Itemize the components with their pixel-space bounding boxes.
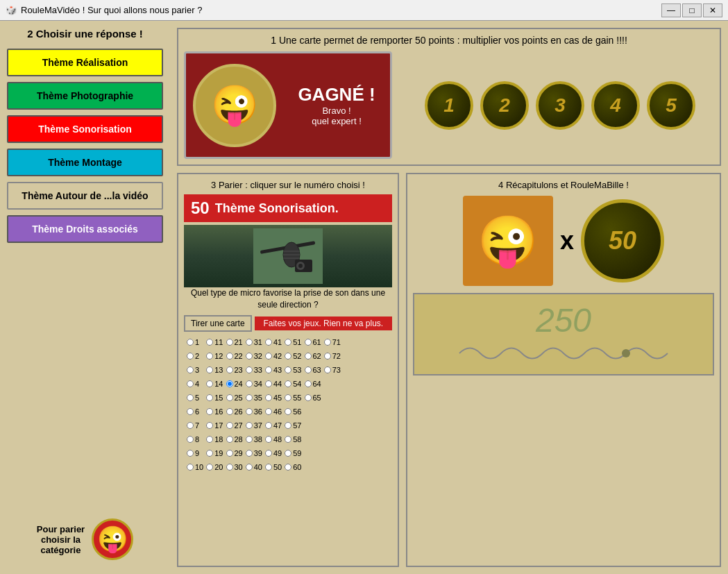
number-radio-55[interactable] — [285, 394, 291, 401]
pour-parier-label: Pour parier choisir la catégorie — [37, 524, 85, 555]
number-radio-41[interactable] — [265, 339, 272, 346]
number-radio-52[interactable] — [285, 353, 291, 360]
theme-realisation-button[interactable]: Thème Réalisation — [7, 49, 163, 76]
number-radio-57[interactable] — [285, 422, 291, 429]
maximize-button[interactable]: □ — [682, 3, 702, 17]
number-radio-36[interactable] — [246, 408, 253, 415]
minimize-button[interactable]: — — [661, 3, 681, 17]
number-label-43: 43 — [273, 366, 282, 374]
number-item: 61 — [302, 336, 321, 348]
number-radio-73[interactable] — [324, 366, 331, 373]
number-radio-27[interactable] — [226, 422, 233, 429]
theme-montage-button[interactable]: Thème Montage — [7, 149, 163, 176]
number-radio-33[interactable] — [246, 366, 253, 373]
number-radio-25[interactable] — [226, 394, 233, 401]
number-radio-23[interactable] — [226, 366, 233, 373]
number-radio-39[interactable] — [246, 450, 253, 457]
number-radio-8[interactable] — [187, 436, 194, 443]
number-ball-2[interactable]: 2 — [480, 81, 529, 130]
number-radio-14[interactable] — [206, 380, 213, 387]
number-radio-48[interactable] — [265, 436, 272, 443]
number-radio-32[interactable] — [246, 353, 253, 360]
number-radio-59[interactable] — [285, 450, 291, 457]
number-radio-16[interactable] — [206, 408, 213, 415]
number-label-40: 40 — [254, 463, 262, 471]
number-radio-63[interactable] — [305, 366, 312, 373]
number-radio-28[interactable] — [226, 436, 233, 443]
number-radio-44[interactable] — [265, 380, 272, 387]
close-button[interactable]: ✕ — [703, 3, 722, 17]
tirer-carte-button[interactable]: Tirer une carte — [184, 315, 252, 332]
number-column: 11121314151617181920 — [203, 336, 223, 473]
number-radio-45[interactable] — [265, 394, 272, 401]
number-label-1: 1 — [195, 338, 199, 346]
number-item: 3 — [184, 364, 203, 376]
number-radio-54[interactable] — [285, 380, 291, 387]
number-item: 6 — [184, 405, 203, 418]
number-radio-51[interactable] — [285, 339, 291, 346]
number-radio-37[interactable] — [246, 422, 253, 429]
number-item — [321, 405, 341, 418]
microphone-icon — [184, 228, 392, 284]
number-radio-71[interactable] — [324, 339, 331, 346]
number-radio-40[interactable] — [246, 464, 253, 471]
number-radio-53[interactable] — [285, 366, 291, 373]
number-ball-4[interactable]: 4 — [591, 81, 640, 130]
number-radio-18[interactable] — [206, 436, 213, 443]
number-radio-24[interactable] — [226, 380, 233, 387]
number-ball-5[interactable]: 5 — [647, 81, 695, 130]
faires-jeux-button[interactable]: Faites vos jeux. Rien ne va plus. — [255, 316, 392, 330]
number-ball-1[interactable]: 1 — [425, 81, 473, 130]
number-radio-2[interactable] — [187, 353, 194, 360]
number-radio-3[interactable] — [187, 366, 194, 373]
number-radio-34[interactable] — [246, 380, 253, 387]
theme-droits-button[interactable]: Thème Droits associés — [7, 215, 163, 243]
number-radio-65[interactable] — [305, 394, 312, 401]
number-radio-26[interactable] — [226, 408, 233, 415]
number-radio-17[interactable] — [206, 422, 213, 429]
number-radio-38[interactable] — [246, 436, 253, 443]
number-item: 20 — [203, 461, 223, 473]
number-item: 4 — [184, 378, 203, 390]
number-radio-46[interactable] — [265, 408, 272, 415]
number-radio-22[interactable] — [226, 353, 233, 360]
number-radio-60[interactable] — [285, 464, 291, 471]
number-radio-43[interactable] — [265, 366, 272, 373]
number-radio-42[interactable] — [265, 353, 272, 360]
number-radio-58[interactable] — [285, 436, 291, 443]
number-radio-20[interactable] — [206, 464, 213, 471]
number-radio-47[interactable] — [265, 422, 272, 429]
number-radio-19[interactable] — [206, 450, 213, 457]
number-radio-9[interactable] — [187, 450, 194, 457]
number-radio-29[interactable] — [226, 450, 233, 457]
number-radio-62[interactable] — [305, 353, 312, 360]
number-radio-61[interactable] — [305, 339, 312, 346]
number-item: 17 — [203, 419, 223, 432]
number-radio-1[interactable] — [187, 339, 194, 346]
number-radio-6[interactable] — [187, 408, 194, 415]
theme-photographie-button[interactable]: Thème Photographie — [7, 82, 163, 110]
number-radio-12[interactable] — [206, 353, 213, 360]
number-radio-4[interactable] — [187, 380, 194, 387]
number-radio-21[interactable] — [226, 339, 233, 346]
score-display: 250 — [413, 293, 714, 375]
number-ball-3[interactable]: 3 — [536, 81, 584, 130]
number-radio-13[interactable] — [206, 366, 213, 373]
number-radio-56[interactable] — [285, 408, 291, 415]
number-radio-49[interactable] — [265, 450, 272, 457]
number-radio-5[interactable] — [187, 394, 194, 401]
number-radio-7[interactable] — [187, 422, 194, 429]
number-radio-15[interactable] — [206, 394, 213, 401]
number-radio-30[interactable] — [226, 464, 233, 471]
number-radio-64[interactable] — [305, 380, 312, 387]
number-radio-11[interactable] — [206, 339, 213, 346]
number-label-12: 12 — [214, 352, 223, 360]
number-radio-31[interactable] — [246, 339, 253, 346]
number-radio-50[interactable] — [265, 464, 272, 471]
number-radio-10[interactable] — [187, 464, 194, 471]
number-radio-72[interactable] — [324, 353, 331, 360]
theme-autour-button[interactable]: Thème Autour de ...la vidéo — [7, 182, 163, 210]
number-label-5: 5 — [195, 394, 199, 402]
number-radio-35[interactable] — [246, 394, 253, 401]
theme-sonorisation-button[interactable]: Thème Sonorisation — [7, 115, 163, 143]
